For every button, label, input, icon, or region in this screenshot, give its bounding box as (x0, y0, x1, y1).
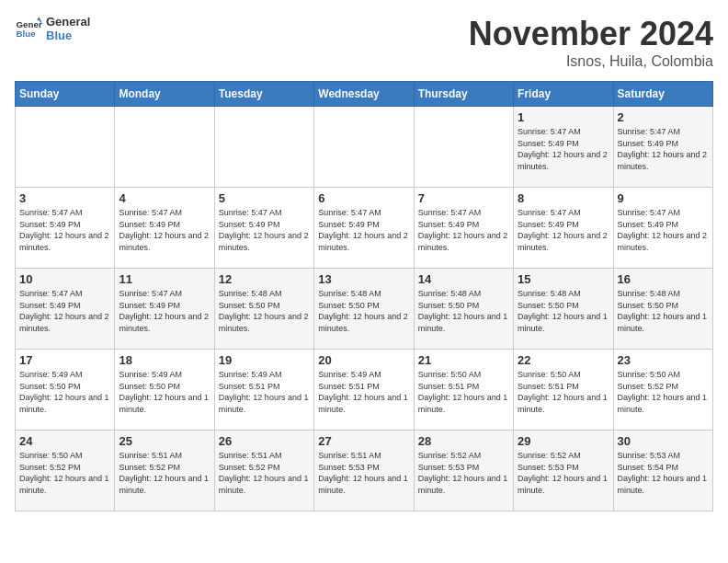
calendar-table: SundayMondayTuesdayWednesdayThursdayFrid… (15, 81, 713, 511)
day-info: Sunrise: 5:47 AM Sunset: 5:49 PM Dayligh… (19, 207, 110, 253)
day-number: 25 (119, 434, 210, 448)
day-info: Sunrise: 5:48 AM Sunset: 5:50 PM Dayligh… (318, 288, 409, 334)
calendar-cell: 7Sunrise: 5:47 AM Sunset: 5:49 PM Daylig… (414, 188, 513, 269)
calendar-cell: 6Sunrise: 5:47 AM Sunset: 5:49 PM Daylig… (314, 188, 414, 269)
day-number: 12 (219, 272, 310, 286)
calendar-cell: 22Sunrise: 5:50 AM Sunset: 5:51 PM Dayli… (514, 350, 613, 431)
calendar-week-row: 24Sunrise: 5:50 AM Sunset: 5:52 PM Dayli… (16, 431, 713, 511)
day-info: Sunrise: 5:47 AM Sunset: 5:49 PM Dayligh… (119, 288, 210, 334)
day-info: Sunrise: 5:48 AM Sunset: 5:50 PM Dayligh… (618, 288, 709, 334)
day-info: Sunrise: 5:48 AM Sunset: 5:50 PM Dayligh… (418, 288, 509, 334)
calendar-cell: 13Sunrise: 5:48 AM Sunset: 5:50 PM Dayli… (314, 269, 414, 350)
calendar-cell (214, 107, 313, 188)
day-number: 24 (19, 434, 110, 448)
day-info: Sunrise: 5:52 AM Sunset: 5:53 PM Dayligh… (418, 450, 509, 496)
day-number: 20 (318, 353, 409, 367)
day-number: 11 (119, 272, 210, 286)
day-info: Sunrise: 5:48 AM Sunset: 5:50 PM Dayligh… (518, 288, 609, 334)
day-info: Sunrise: 5:48 AM Sunset: 5:50 PM Dayligh… (219, 288, 310, 334)
calendar-body: 1Sunrise: 5:47 AM Sunset: 5:49 PM Daylig… (16, 107, 713, 511)
day-info: Sunrise: 5:49 AM Sunset: 5:50 PM Dayligh… (119, 369, 210, 415)
calendar-cell: 16Sunrise: 5:48 AM Sunset: 5:50 PM Dayli… (613, 269, 712, 350)
day-number: 27 (318, 434, 409, 448)
calendar-cell: 17Sunrise: 5:49 AM Sunset: 5:50 PM Dayli… (16, 350, 115, 431)
day-info: Sunrise: 5:50 AM Sunset: 5:52 PM Dayligh… (19, 450, 110, 496)
day-number: 13 (318, 272, 409, 286)
day-info: Sunrise: 5:47 AM Sunset: 5:49 PM Dayligh… (119, 207, 210, 253)
day-info: Sunrise: 5:47 AM Sunset: 5:49 PM Dayligh… (518, 207, 609, 253)
day-number: 19 (219, 353, 310, 367)
day-info: Sunrise: 5:51 AM Sunset: 5:53 PM Dayligh… (318, 450, 409, 496)
day-info: Sunrise: 5:47 AM Sunset: 5:49 PM Dayligh… (219, 207, 310, 253)
calendar-week-row: 10Sunrise: 5:47 AM Sunset: 5:49 PM Dayli… (16, 269, 713, 350)
calendar-cell (115, 107, 214, 188)
day-number: 18 (119, 353, 210, 367)
calendar-cell (16, 107, 115, 188)
weekday-header: Tuesday (214, 82, 313, 107)
day-number: 10 (19, 272, 110, 286)
weekday-header: Saturday (613, 82, 712, 107)
day-number: 23 (618, 353, 709, 367)
calendar-cell: 14Sunrise: 5:48 AM Sunset: 5:50 PM Dayli… (414, 269, 513, 350)
svg-text:General: General (17, 19, 43, 29)
day-number: 6 (318, 191, 409, 205)
day-number: 8 (518, 191, 609, 205)
calendar-cell: 25Sunrise: 5:51 AM Sunset: 5:52 PM Dayli… (115, 431, 214, 511)
weekday-header: Monday (115, 82, 214, 107)
calendar-cell: 26Sunrise: 5:51 AM Sunset: 5:52 PM Dayli… (214, 431, 313, 511)
calendar-cell: 4Sunrise: 5:47 AM Sunset: 5:49 PM Daylig… (115, 188, 214, 269)
weekday-header: Sunday (16, 82, 115, 107)
calendar-cell: 2Sunrise: 5:47 AM Sunset: 5:49 PM Daylig… (613, 107, 712, 188)
weekday-header: Wednesday (314, 82, 414, 107)
day-info: Sunrise: 5:47 AM Sunset: 5:49 PM Dayligh… (19, 288, 110, 334)
location-title: Isnos, Huila, Colombia (469, 53, 713, 70)
calendar-cell: 15Sunrise: 5:48 AM Sunset: 5:50 PM Dayli… (514, 269, 613, 350)
calendar-cell: 1Sunrise: 5:47 AM Sunset: 5:49 PM Daylig… (514, 107, 613, 188)
calendar-cell: 10Sunrise: 5:47 AM Sunset: 5:49 PM Dayli… (16, 269, 115, 350)
day-number: 7 (418, 191, 509, 205)
month-title: November 2024 (469, 15, 713, 53)
calendar-cell (314, 107, 414, 188)
calendar-cell: 11Sunrise: 5:47 AM Sunset: 5:49 PM Dayli… (115, 269, 214, 350)
calendar-cell (414, 107, 513, 188)
weekday-header: Friday (514, 82, 613, 107)
day-number: 30 (618, 434, 709, 448)
day-info: Sunrise: 5:50 AM Sunset: 5:51 PM Dayligh… (518, 369, 609, 415)
day-info: Sunrise: 5:53 AM Sunset: 5:54 PM Dayligh… (618, 450, 709, 496)
day-info: Sunrise: 5:47 AM Sunset: 5:49 PM Dayligh… (418, 207, 509, 253)
day-info: Sunrise: 5:49 AM Sunset: 5:51 PM Dayligh… (219, 369, 310, 415)
day-number: 17 (19, 353, 110, 367)
calendar-cell: 30Sunrise: 5:53 AM Sunset: 5:54 PM Dayli… (613, 431, 712, 511)
title-area: November 2024 Isnos, Huila, Colombia (469, 15, 713, 70)
weekday-header: Thursday (414, 82, 513, 107)
day-info: Sunrise: 5:47 AM Sunset: 5:49 PM Dayligh… (518, 126, 609, 172)
day-info: Sunrise: 5:51 AM Sunset: 5:52 PM Dayligh… (119, 450, 210, 496)
day-number: 21 (418, 353, 509, 367)
calendar-cell: 29Sunrise: 5:52 AM Sunset: 5:53 PM Dayli… (514, 431, 613, 511)
day-info: Sunrise: 5:50 AM Sunset: 5:52 PM Dayligh… (618, 369, 709, 415)
day-number: 29 (518, 434, 609, 448)
svg-text:Blue: Blue (17, 29, 37, 39)
calendar-cell: 8Sunrise: 5:47 AM Sunset: 5:49 PM Daylig… (514, 188, 613, 269)
day-number: 28 (418, 434, 509, 448)
calendar-week-row: 17Sunrise: 5:49 AM Sunset: 5:50 PM Dayli… (16, 350, 713, 431)
day-number: 5 (219, 191, 310, 205)
day-info: Sunrise: 5:47 AM Sunset: 5:49 PM Dayligh… (618, 207, 709, 253)
logo-blue: Blue (46, 29, 90, 42)
logo-icon: General Blue (15, 15, 42, 42)
day-info: Sunrise: 5:47 AM Sunset: 5:49 PM Dayligh… (618, 126, 709, 172)
logo: General Blue General Blue (15, 15, 90, 42)
day-info: Sunrise: 5:49 AM Sunset: 5:51 PM Dayligh… (318, 369, 409, 415)
calendar-cell: 12Sunrise: 5:48 AM Sunset: 5:50 PM Dayli… (214, 269, 313, 350)
day-number: 4 (119, 191, 210, 205)
day-number: 9 (618, 191, 709, 205)
day-info: Sunrise: 5:47 AM Sunset: 5:49 PM Dayligh… (318, 207, 409, 253)
calendar-cell: 5Sunrise: 5:47 AM Sunset: 5:49 PM Daylig… (214, 188, 313, 269)
calendar-cell: 21Sunrise: 5:50 AM Sunset: 5:51 PM Dayli… (414, 350, 513, 431)
calendar-header-row: SundayMondayTuesdayWednesdayThursdayFrid… (16, 82, 713, 107)
calendar-week-row: 3Sunrise: 5:47 AM Sunset: 5:49 PM Daylig… (16, 188, 713, 269)
day-number: 3 (19, 191, 110, 205)
day-info: Sunrise: 5:52 AM Sunset: 5:53 PM Dayligh… (518, 450, 609, 496)
day-number: 15 (518, 272, 609, 286)
calendar-cell: 24Sunrise: 5:50 AM Sunset: 5:52 PM Dayli… (16, 431, 115, 511)
